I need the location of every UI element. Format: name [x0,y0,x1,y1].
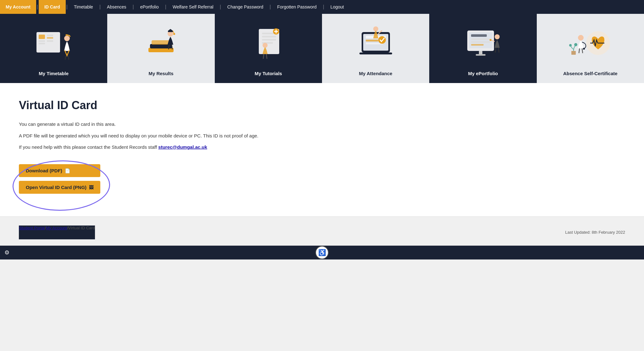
svg-rect-43 [471,38,490,40]
tile-my-results[interactable]: My Results [107,14,214,83]
nav-sep-2: | [66,0,68,14]
svg-marker-15 [168,29,173,31]
svg-line-56 [579,48,580,53]
nav-logout[interactable]: Logout [325,0,350,14]
svg-rect-45 [471,44,484,46]
tile-my-timetable-label: My Timetable [39,71,69,76]
nav-sep-3: | [99,0,101,14]
email-link[interactable]: sturec@dumgal.ac.uk [158,144,207,150]
breadcrumb: Student Portal / My Account / Virtual ID… [19,226,95,239]
svg-line-52 [498,48,499,53]
nav-sep-5: | [164,0,167,14]
tiles-row: My Timetable My Results [0,14,644,83]
tile-my-tutorials-label: My Tutorials [255,71,282,76]
svg-rect-23 [262,39,276,41]
svg-point-36 [378,36,386,44]
nav-forgotten-password[interactable]: Forgotten Password [271,0,322,14]
description-3: If you need help with this please contac… [19,144,625,151]
gear-settings-button[interactable]: ⚙ [0,246,14,259]
svg-rect-47 [476,54,486,56]
svg-point-60 [569,44,572,47]
svg-rect-2 [39,40,45,42]
tile-my-eportfolio-label: My ePortfolio [468,71,498,76]
main-nav: My Account | ID Card | Timetable | Absen… [0,0,644,14]
tile-absence-label: Absence Self-Certificate [563,71,618,76]
svg-rect-22 [262,36,276,37]
svg-point-7 [64,36,70,41]
nav-sep-1: | [36,0,39,14]
nav-sep-8: | [322,0,325,14]
svg-line-30 [266,54,267,59]
breadcrumb-my-account[interactable]: My Account [46,226,67,239]
svg-rect-3 [39,43,45,44]
footer-bar: Student Portal / My Account / Virtual ID… [0,216,644,246]
svg-point-54 [578,35,584,41]
svg-rect-14 [168,31,173,32]
tile-my-timetable[interactable]: My Timetable [0,14,107,83]
image-icon [89,185,93,190]
page-title: Virtual ID Card [19,99,625,112]
svg-line-9 [68,56,69,60]
svg-rect-10 [148,48,174,52]
last-updated-text: Last Updated: 8th February 2022 [565,230,625,235]
open-png-button[interactable]: Open Virtual ID Card (PNG) [19,181,100,194]
nav-welfare[interactable]: Welfare Self Referral [167,0,219,14]
svg-rect-58 [571,51,576,55]
nav-id-card[interactable]: ID Card [39,0,66,14]
gear-icon: ⚙ [4,249,9,256]
svg-rect-4 [47,35,53,36]
download-pdf-button[interactable]: Download (PDF) [19,164,100,177]
nav-change-password[interactable]: Change Password [222,0,269,14]
main-content-area: Virtual ID Card You can generate a virtu… [0,83,644,216]
nav-sep-7: | [269,0,271,14]
tile-my-tutorials[interactable]: My Tutorials [215,14,322,83]
svg-rect-1 [39,35,45,39]
svg-rect-37 [359,53,392,54]
nav-sep-4: | [132,0,135,14]
svg-rect-12 [152,40,170,45]
tile-my-attendance[interactable]: My Attendance [322,14,429,83]
buttons-area: Download (PDF) Open Virtual ID Card (PNG… [19,164,100,198]
nav-eportfolio[interactable]: ePortfolio [135,0,164,14]
nav-sep-6: | [219,0,222,14]
svg-point-28 [263,43,268,48]
svg-rect-42 [471,34,487,37]
svg-rect-6 [47,40,53,42]
svg-point-55 [583,48,585,50]
svg-point-50 [490,39,491,41]
nav-timetable[interactable]: Timetable [68,0,99,14]
svg-point-17 [173,33,175,35]
breadcrumb-student-portal[interactable]: Student Portal [19,226,45,239]
tile-my-eportfolio[interactable]: My ePortfolio [429,14,536,83]
tile-my-results-label: My Results [148,71,173,76]
svg-line-8 [65,56,66,60]
breadcrumb-current: Virtual ID Card [68,226,95,239]
accessibility-icon: ♿ [318,249,326,256]
svg-point-59 [574,43,577,46]
description-1: You can generate a virtual ID card in th… [19,121,625,128]
svg-rect-5 [47,37,53,39]
nav-my-account[interactable]: My Account [0,0,36,14]
pdf-icon [65,168,70,173]
svg-line-29 [263,54,264,59]
svg-rect-34 [366,40,378,42]
svg-point-48 [495,34,500,39]
svg-rect-44 [471,41,490,43]
tile-absence-self-cert[interactable]: Absence Self-Certificate [537,14,644,83]
description-2: A PDF file will be generated which you w… [19,132,625,140]
accessibility-button[interactable]: ♿ [315,246,329,259]
nav-absences[interactable]: Absences [101,0,132,14]
svg-line-57 [582,48,583,53]
bottom-strip: ⚙ ♿ [0,246,644,259]
svg-line-51 [495,48,496,53]
tile-my-attendance-label: My Attendance [359,71,392,76]
